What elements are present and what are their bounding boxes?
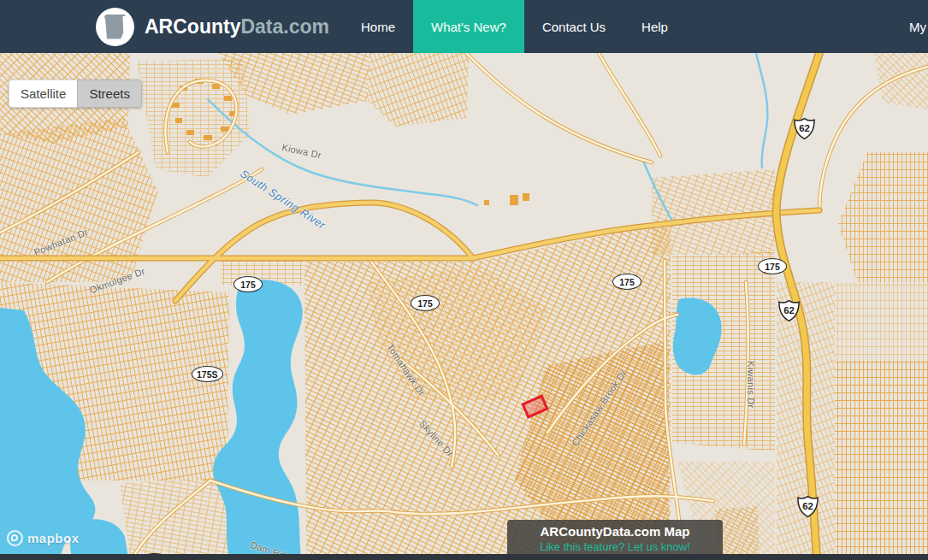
us-route-shield-62-c: 62	[796, 495, 819, 518]
us-route-shield-62-a: 62	[793, 117, 816, 140]
map-canvas[interactable]: Powhatan Dr Okmulgee Dr Kiowa Dr South S…	[0, 53, 928, 560]
layer-toggle: Satellite Streets	[9, 80, 142, 108]
svg-text:62: 62	[802, 501, 813, 511]
arkansas-logo-icon	[96, 8, 134, 46]
highway-shield-175-d: 175	[758, 258, 787, 274]
mapbox-attribution[interactable]: mapbox	[7, 530, 80, 546]
nav-menu: Home What's New? Contact Us Help	[343, 0, 686, 53]
nav-item-home[interactable]: Home	[343, 0, 413, 53]
mapbox-wordmark: mapbox	[27, 531, 80, 545]
highway-shield-175-c: 175	[612, 274, 641, 290]
nav-item-whats-new[interactable]: What's New?	[413, 0, 524, 53]
nav-item-my[interactable]: My	[892, 0, 928, 53]
street-label-kiwanis: Kiwanis Dr	[746, 361, 756, 409]
highway-shield-175s-a: 175S	[192, 366, 223, 382]
highway-shield-175-a: 175	[233, 276, 263, 292]
bottom-bar	[0, 554, 928, 560]
mapbox-icon	[7, 530, 23, 546]
brand-link[interactable]: ARCountyData.com	[96, 0, 329, 53]
top-navbar: ARCountyData.com Home What's New? Contac…	[0, 0, 928, 53]
highway-shield-175-b: 175	[411, 295, 440, 311]
brand-title: ARCountyData.com	[145, 15, 329, 38]
nav-item-help[interactable]: Help	[624, 0, 686, 53]
svg-text:62: 62	[799, 123, 810, 133]
us-route-shield-62-b: 62	[777, 299, 801, 322]
nav-item-contact-us[interactable]: Contact Us	[524, 0, 624, 53]
svg-text:62: 62	[783, 305, 795, 315]
streets-button[interactable]: Streets	[77, 80, 142, 108]
satellite-button[interactable]: Satellite	[9, 80, 77, 108]
tooltip-feedback-link[interactable]: Like this feature? Let us know!	[514, 540, 716, 554]
tooltip-title: ARCountyData.com Map	[514, 523, 716, 540]
